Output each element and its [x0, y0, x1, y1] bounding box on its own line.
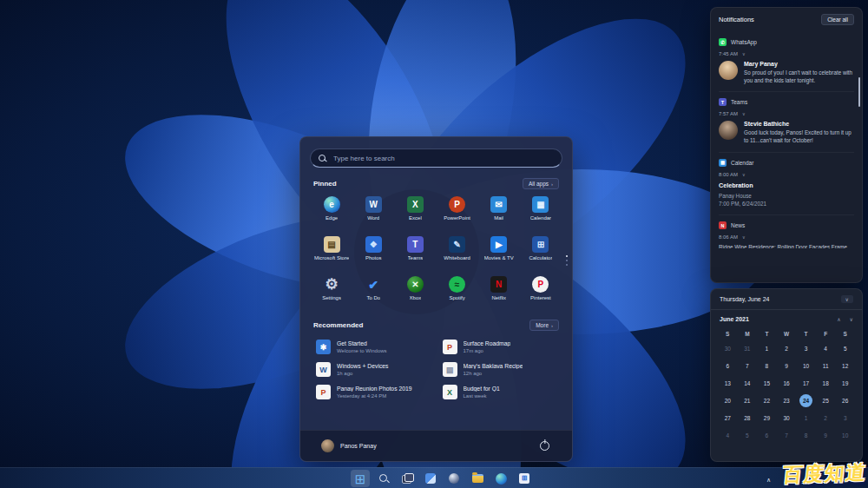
pinned-app-spotify[interactable]: ≈Spotify: [437, 276, 478, 309]
edge-button[interactable]: [491, 470, 510, 487]
pinned-app-xbox[interactable]: ✕Xbox: [394, 276, 436, 309]
start-button[interactable]: ⊞: [351, 470, 370, 487]
calendar-day-5[interactable]: 5: [835, 340, 855, 357]
calendar-day-26[interactable]: 26: [835, 392, 855, 409]
calendar-day-2[interactable]: 2: [816, 409, 836, 426]
notification-time-row[interactable]: 8:00 AM∨: [719, 172, 854, 177]
calendar-day-25[interactable]: 25: [816, 392, 836, 409]
calendar-collapse-button[interactable]: ∨: [841, 295, 853, 303]
calendar-day-12[interactable]: 12: [835, 357, 855, 374]
recommended-item-windows-devices[interactable]: WWindows + Devices1h ago: [312, 360, 434, 379]
calendar-day-11[interactable]: 11: [816, 357, 836, 374]
calendar-day-6[interactable]: 6: [718, 357, 738, 374]
calendar-day-14[interactable]: 14: [738, 374, 758, 392]
search-icon: [319, 155, 326, 162]
calendar-prev-month-button[interactable]: ∧: [837, 316, 840, 322]
pinned-app-mail[interactable]: ✉Mail: [478, 196, 520, 229]
calendar-day-1[interactable]: 1: [757, 340, 777, 357]
app-label: Settings: [322, 295, 341, 300]
event-location: Panay House: [719, 192, 854, 200]
chat-button[interactable]: [444, 470, 464, 487]
calendar-day-10[interactable]: 10: [796, 357, 816, 374]
hidden-icons-chevron[interactable]: ∧: [766, 477, 771, 484]
calendar-day-21[interactable]: 21: [738, 392, 758, 409]
pinned-app-movies-tv[interactable]: ▶Movies & TV: [478, 236, 520, 269]
store-button[interactable]: ⊞: [515, 470, 534, 487]
calendar-day-19[interactable]: 19: [835, 374, 855, 392]
calendar-day-20[interactable]: 20: [718, 392, 738, 409]
pinned-app-microsoft-store[interactable]: ▤Microsoft Store: [311, 236, 352, 269]
all-apps-button[interactable]: All apps ›: [523, 178, 559, 189]
calendar-day-30[interactable]: 30: [777, 409, 797, 426]
recommended-item-baklava-recipe[interactable]: ▤Mary's Baklava Recipe12h ago: [439, 360, 561, 379]
notification-message[interactable]: Stevie BathicheGood luck today, Panos! E…: [719, 121, 854, 144]
pinned-app-excel[interactable]: XExcel: [394, 196, 436, 229]
notification-app-name: Calendar: [731, 160, 753, 166]
recommended-item-panay-reunion-photos[interactable]: PPanay Reunion Photos 2019Yesterday at 4…: [312, 383, 434, 401]
pinned-app-powerpoint[interactable]: PPowerPoint: [437, 196, 478, 229]
search-bar[interactable]: [310, 148, 562, 168]
widgets-button[interactable]: [421, 470, 440, 487]
calendar-day-30[interactable]: 30: [718, 340, 738, 357]
calendar-day-18[interactable]: 18: [816, 374, 836, 392]
calendar-day-29[interactable]: 29: [757, 409, 777, 426]
calendar-day-7[interactable]: 7: [738, 357, 758, 374]
clear-all-button[interactable]: Clear all: [821, 14, 854, 25]
pinned-app-calculator[interactable]: ⊞Calculator: [520, 236, 562, 269]
calendar-day-8[interactable]: 8: [757, 357, 777, 374]
calendar-day-13[interactable]: 13: [718, 374, 738, 392]
user-profile-button[interactable]: Panos Panay: [321, 439, 377, 452]
notification-time-row[interactable]: 7:45 AM∨: [719, 51, 854, 56]
pinned-page-dots[interactable]: [566, 255, 568, 266]
calendar-day-17[interactable]: 17: [796, 374, 816, 392]
calendar-day-4[interactable]: 4: [816, 340, 836, 357]
calendar-day-15[interactable]: 15: [757, 374, 777, 392]
file-explorer-button[interactable]: [468, 470, 487, 487]
recommended-item-budget-q1[interactable]: XBudget for Q1Last week: [439, 383, 561, 401]
calendar-day-9[interactable]: 9: [777, 357, 797, 374]
calendar-day-31[interactable]: 31: [738, 340, 758, 357]
pinned-app-pinterest[interactable]: PPinterest: [520, 276, 562, 309]
calendar-day-28[interactable]: 28: [738, 409, 758, 426]
calendar-day-10[interactable]: 10: [835, 426, 855, 444]
pinned-app-photos[interactable]: ❖Photos: [352, 236, 394, 269]
recommended-item-get-started[interactable]: ✱Get StartedWelcome to Windows: [312, 338, 434, 356]
more-button[interactable]: More ›: [529, 320, 559, 331]
calendar-day-8[interactable]: 8: [796, 426, 816, 444]
notification-time-row[interactable]: 7:57 AM∨: [719, 111, 854, 116]
task-view-button[interactable]: [398, 470, 417, 487]
calendar-day-16[interactable]: 16: [777, 374, 797, 392]
notification-app-row: ▦Calendar: [719, 159, 854, 167]
search-button[interactable]: [374, 470, 393, 487]
notification-message[interactable]: Mary PanaySo proud of you! I can't wait …: [719, 61, 854, 84]
calendar-day-22[interactable]: 22: [757, 392, 777, 409]
calendar-day-1[interactable]: 1: [796, 409, 816, 426]
avatar: [719, 121, 738, 140]
calendar-day-3[interactable]: 3: [796, 340, 816, 357]
pinned-app-calendar[interactable]: ▦Calendar: [520, 196, 562, 229]
calendar-day-6[interactable]: 6: [757, 426, 777, 444]
watermark: 百度知道: [781, 458, 868, 488]
calendar-day-3[interactable]: 3: [835, 409, 855, 426]
scrollbar[interactable]: [858, 77, 860, 107]
pinned-app-word[interactable]: WWord: [352, 196, 394, 229]
pinned-app-edge[interactable]: eEdge: [311, 196, 352, 229]
recommended-item-surface-roadmap[interactable]: PSurface Roadmap17m ago: [439, 338, 561, 356]
notification-time-row[interactable]: 8:06 AM∨: [719, 234, 854, 240]
pinned-app-settings[interactable]: ⚙Settings: [311, 276, 352, 309]
search-input[interactable]: [332, 154, 554, 163]
calendar-next-month-button[interactable]: ∨: [850, 316, 853, 322]
calendar-day-24[interactable]: 24: [796, 392, 816, 409]
calendar-day-9[interactable]: 9: [816, 426, 836, 444]
pinned-app-to-do[interactable]: ✔To Do: [352, 276, 394, 309]
pinned-app-teams[interactable]: TTeams: [394, 236, 436, 269]
calendar-day-5[interactable]: 5: [738, 426, 758, 444]
power-button[interactable]: [540, 441, 549, 451]
pinned-app-netflix[interactable]: NNetflix: [478, 276, 520, 309]
calendar-day-27[interactable]: 27: [718, 409, 738, 426]
calendar-day-7[interactable]: 7: [777, 426, 797, 444]
calendar-day-2[interactable]: 2: [777, 340, 797, 357]
pinned-app-whiteboard[interactable]: ✎Whiteboard: [437, 236, 478, 269]
calendar-day-4[interactable]: 4: [718, 426, 738, 444]
calendar-day-23[interactable]: 23: [777, 392, 797, 409]
